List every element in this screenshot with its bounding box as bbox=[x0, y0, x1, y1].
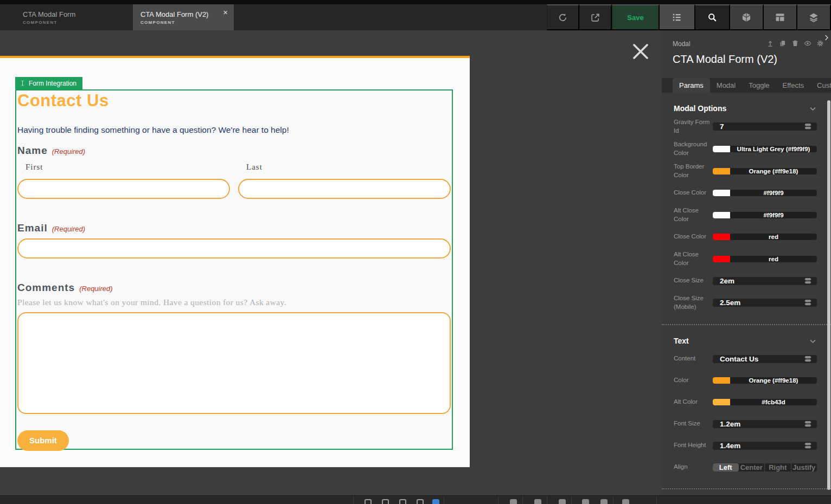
color-param-field[interactable]: #f9f9f9 bbox=[713, 212, 817, 218]
panel-tab-custo[interactable]: Custo bbox=[810, 78, 831, 93]
phone-landscape-device-icon[interactable] bbox=[417, 499, 424, 504]
panel-tab-modal[interactable]: Modal bbox=[710, 78, 742, 93]
panel-tab-effects[interactable]: Effects bbox=[776, 78, 811, 93]
param-label: Close Color bbox=[674, 189, 713, 197]
text-param-field[interactable]: 1.2em bbox=[713, 420, 817, 428]
param-value: 2.5em bbox=[720, 299, 804, 307]
color-param-field[interactable]: red bbox=[713, 256, 817, 262]
align-option-right[interactable]: Right bbox=[764, 463, 791, 471]
param-label: Font Height bbox=[674, 441, 713, 450]
align-option-center[interactable]: Center bbox=[739, 463, 765, 471]
align-option-left[interactable]: Left bbox=[713, 463, 739, 471]
bottombar-tool-icon[interactable] bbox=[600, 499, 608, 504]
components-button[interactable] bbox=[730, 4, 764, 30]
comments-field-label: Comments bbox=[17, 282, 75, 294]
refresh-icon bbox=[558, 12, 568, 23]
param-value: 1.2em bbox=[720, 420, 804, 428]
duplicate-icon[interactable] bbox=[779, 40, 787, 47]
panel-scrollbar[interactable] bbox=[827, 100, 830, 490]
dynamic-data-icon[interactable] bbox=[804, 299, 812, 307]
last-name-input[interactable] bbox=[238, 179, 451, 199]
align-option-justify[interactable]: Justify bbox=[791, 463, 817, 471]
submit-button[interactable]: Submit bbox=[17, 430, 69, 451]
color-value: #f9f9f9 bbox=[730, 212, 817, 218]
name-label-row: Name (Required) bbox=[17, 145, 451, 157]
search-button[interactable] bbox=[695, 4, 730, 30]
dynamic-data-icon[interactable] bbox=[804, 355, 812, 363]
layouts-button[interactable] bbox=[764, 4, 797, 30]
bottombar-divider bbox=[353, 496, 354, 504]
email-input[interactable] bbox=[17, 238, 451, 259]
text-param-field[interactable]: 2.5em bbox=[713, 299, 817, 307]
tablet-device-icon[interactable] bbox=[399, 499, 406, 504]
form-integration-block[interactable]: Contact Us Having trouble finding someth… bbox=[15, 89, 453, 450]
color-swatch[interactable] bbox=[713, 399, 730, 405]
section-header[interactable]: Text bbox=[674, 337, 817, 345]
param-row: Alt Close Colorred bbox=[674, 250, 817, 267]
text-param-field[interactable]: 7 bbox=[713, 122, 817, 131]
color-swatch[interactable] bbox=[713, 146, 730, 152]
color-swatch[interactable] bbox=[713, 234, 730, 240]
name-fields-row: First Last bbox=[17, 163, 451, 199]
panel-tab-toggle[interactable]: Toggle bbox=[742, 78, 776, 93]
bottom-toolbar bbox=[0, 495, 831, 504]
phone-device-icon[interactable] bbox=[432, 499, 439, 504]
document-tab-type: COMPONENT bbox=[23, 20, 111, 25]
structure-list-button[interactable] bbox=[660, 4, 695, 30]
comments-textarea[interactable] bbox=[17, 312, 451, 414]
dynamic-data-icon[interactable] bbox=[804, 442, 812, 450]
trash-icon[interactable] bbox=[791, 40, 799, 47]
select-parent-icon[interactable] bbox=[766, 40, 774, 47]
section-header[interactable]: Modal Options bbox=[674, 104, 817, 113]
color-param-field[interactable]: red bbox=[713, 234, 817, 240]
color-swatch[interactable] bbox=[713, 168, 730, 175]
color-swatch[interactable] bbox=[713, 212, 730, 218]
bottombar-tool-icon[interactable] bbox=[582, 499, 589, 504]
document-tab[interactable]: CTA Modal FormCOMPONENT bbox=[15, 4, 118, 30]
list-icon bbox=[672, 12, 682, 23]
refresh-button[interactable] bbox=[547, 4, 579, 30]
bottombar-tool-icon[interactable] bbox=[622, 499, 629, 504]
dynamic-data-icon[interactable] bbox=[804, 122, 812, 131]
open-external-button[interactable] bbox=[579, 4, 612, 30]
color-param-field[interactable]: Orange (#ff9e18) bbox=[713, 377, 817, 384]
chevron-down-icon[interactable] bbox=[809, 105, 817, 113]
layers-button[interactable] bbox=[797, 4, 831, 30]
param-label: Top Border Color bbox=[674, 163, 713, 179]
visibility-eye-icon[interactable] bbox=[804, 40, 811, 47]
cta-modal-preview: Form Integration Contact Us Having troub… bbox=[0, 56, 470, 467]
modal-close-button[interactable] bbox=[631, 42, 650, 61]
document-tab[interactable]: CTA Modal Form (V2)COMPONENT× bbox=[133, 4, 234, 30]
color-param-field[interactable]: #f9f9f9 bbox=[713, 190, 817, 196]
dynamic-data-icon[interactable] bbox=[804, 277, 812, 285]
color-param-field[interactable]: Orange (#ff9e18) bbox=[713, 168, 817, 175]
color-swatch[interactable] bbox=[713, 377, 730, 384]
document-tab-title: CTA Modal Form bbox=[23, 10, 111, 18]
color-value: Orange (#ff9e18) bbox=[730, 168, 817, 175]
panel-tab-params[interactable]: Params bbox=[673, 78, 710, 93]
text-param-field[interactable]: Contact Us bbox=[713, 355, 817, 363]
chevron-down-icon[interactable] bbox=[809, 337, 817, 345]
bottombar-tool-icon[interactable] bbox=[534, 499, 541, 504]
param-row: Close Size (Mobile)2.5em bbox=[674, 294, 817, 311]
tabs-overflow-chevron-icon[interactable] bbox=[822, 34, 830, 42]
selected-component-tag[interactable]: Form Integration bbox=[15, 77, 82, 89]
selected-element-title: CTA Modal Form (V2) bbox=[673, 53, 820, 66]
text-param-field[interactable]: 1.4em bbox=[713, 442, 817, 450]
desktop-device-icon[interactable] bbox=[365, 499, 372, 504]
color-param-field[interactable]: Ultra Light Grey (#f9f9f9) bbox=[713, 146, 817, 152]
save-button[interactable]: Save bbox=[612, 4, 660, 30]
laptop-device-icon[interactable] bbox=[382, 499, 389, 504]
dynamic-data-icon[interactable] bbox=[804, 420, 812, 428]
bottombar-tool-icon[interactable] bbox=[510, 499, 517, 504]
color-param-field[interactable]: #fcb43d bbox=[713, 399, 817, 405]
document-tabs: CTA Modal FormCOMPONENTCTA Modal Form (V… bbox=[0, 4, 234, 30]
bottombar-divider bbox=[571, 496, 572, 504]
first-name-column: First bbox=[17, 163, 230, 199]
color-swatch[interactable] bbox=[713, 256, 730, 262]
first-name-input[interactable] bbox=[17, 179, 230, 199]
tab-close-icon[interactable]: × bbox=[223, 8, 228, 16]
color-swatch[interactable] bbox=[713, 190, 730, 196]
text-param-field[interactable]: 2em bbox=[713, 277, 817, 285]
bottombar-tool-icon[interactable] bbox=[559, 499, 566, 504]
